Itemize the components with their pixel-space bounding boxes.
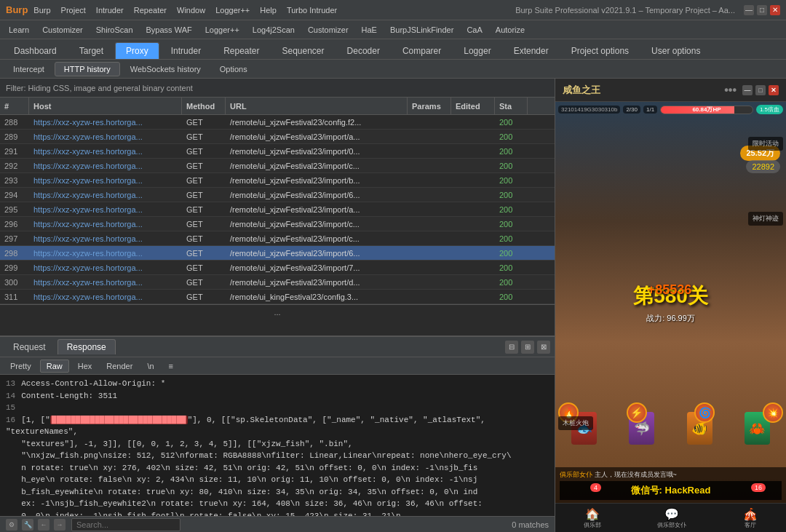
format-render[interactable]: Render — [100, 360, 138, 372]
cell-method: GET — [182, 162, 226, 170]
split-horiz-icon[interactable]: ⊟ — [505, 341, 518, 354]
tab-intruder[interactable]: Intruder — [160, 42, 212, 59]
cell-host: https://xxz-xyzw-res.hortorga... — [29, 162, 182, 170]
subtab-intercept[interactable]: Intercept — [4, 63, 53, 76]
game-top-hud: 32101419G3030310b 2/30 1/1 60.84万HP 1.5倍… — [558, 105, 783, 114]
table-row[interactable]: 289 https://xxz-xyzw-res.hortorga... GET… — [0, 130, 555, 144]
maximize-panel-icon[interactable]: ⊠ — [537, 341, 550, 354]
skill-2-icon[interactable]: ⚡ — [627, 402, 647, 423]
plugin-logger[interactable]: Logger++ — [199, 24, 245, 36]
format-pretty[interactable]: Pretty — [4, 360, 37, 372]
plugin-learn[interactable]: Learn — [3, 24, 35, 36]
hp-progress: 2/30 — [623, 106, 640, 114]
menu-repeater[interactable]: Repeater — [134, 6, 167, 15]
table-row[interactable]: 297 https://xxz-xyzw-res.hortorga... GET… — [0, 231, 555, 246]
plugin-customizer2[interactable]: Customizer — [302, 24, 354, 36]
skill-4-icon[interactable]: 💥 — [763, 402, 783, 423]
table-row[interactable]: 288 https://xxz-xyzw-res.hortorga... GET… — [0, 115, 555, 130]
game-window-header: 咸鱼之王 ••• — □ ✕ — [555, 79, 786, 102]
table-row[interactable]: 295 https://xxz-xyzw-res.hortorga... GET… — [0, 202, 555, 217]
settings-icon[interactable]: ⚙ — [6, 519, 17, 531]
close-button[interactable]: ✕ — [770, 5, 780, 15]
skill-3-icon[interactable]: 🌀 — [694, 402, 715, 423]
menu-logger[interactable]: Logger++ — [215, 6, 250, 15]
tab-project-options[interactable]: Project options — [560, 42, 640, 59]
game-menu-dots[interactable]: ••• — [724, 84, 737, 97]
tab-response[interactable]: Response — [57, 339, 116, 354]
table-more-indicator: ... — [0, 304, 555, 319]
table-row[interactable]: 311 https://xxz-xyzw-res.hortorga... GET… — [0, 290, 555, 304]
game-nav-club[interactable]: 🏠 俱乐部 — [584, 507, 601, 529]
subtab-options[interactable]: Options — [211, 63, 256, 76]
menu-burp[interactable]: Burp — [33, 6, 50, 15]
minimize-button[interactable]: — — [744, 5, 754, 15]
side-item-1[interactable]: 限时活动 — [748, 137, 783, 151]
format-menu[interactable]: ≡ — [163, 360, 179, 372]
response-line-20: h_eye\n rotate: false\n xy: 2, 434\n siz… — [6, 474, 549, 486]
table-row[interactable]: 293 https://xxz-xyzw-res.hortorga... GET… — [0, 173, 555, 188]
proxy-table-section: # Host Method URL Params Edited Sta 288 … — [0, 98, 555, 336]
side-item-2[interactable]: 神灯神迹 — [748, 212, 783, 226]
tab-proxy[interactable]: Proxy — [115, 42, 159, 59]
format-hex[interactable]: Hex — [72, 360, 98, 372]
split-vert-icon[interactable]: ⊞ — [521, 341, 534, 354]
game-nav-chat[interactable]: 💬 俱乐部女仆 — [657, 507, 686, 529]
plugin-bypass-waf[interactable]: Bypass WAF — [140, 24, 198, 36]
menu-turbo[interactable]: Turbo Intruder — [287, 6, 337, 15]
menu-project[interactable]: Project — [61, 6, 86, 15]
filter-bar[interactable]: Filter: Hiding CSS, image and general bi… — [0, 79, 555, 98]
plugin-shiroscan[interactable]: ShiroScan — [90, 24, 139, 36]
tab-sequencer[interactable]: Sequencer — [271, 42, 336, 59]
game-minimize-button[interactable]: — — [742, 85, 753, 95]
table-row[interactable]: 299 https://xxz-xyzw-res.hortorga... GET… — [0, 261, 555, 275]
right-side-items: 限时活动 神灯神迹 — [748, 137, 783, 226]
col-header-params: Params — [408, 98, 451, 114]
plugin-autorize[interactable]: Autorize — [490, 24, 531, 36]
menu-window[interactable]: Window — [177, 6, 205, 15]
menu-items: Burp Project Intruder Repeater Window Lo… — [33, 6, 515, 15]
menu-help[interactable]: Help — [260, 6, 277, 15]
format-newline[interactable]: \n — [141, 360, 159, 372]
tab-comparer[interactable]: Comparer — [392, 42, 452, 59]
tools-icon[interactable]: 🔧 — [22, 519, 33, 531]
plugin-customizer[interactable]: Customizer — [36, 24, 89, 36]
forward-icon[interactable]: → — [54, 519, 66, 531]
plugin-caa[interactable]: CaA — [461, 24, 488, 36]
format-raw[interactable]: Raw — [40, 360, 69, 373]
table-row[interactable]: 291 https://xxz-xyzw-res.hortorga... GET… — [0, 144, 555, 159]
table-row[interactable]: 300 https://xxz-xyzw-res.hortorga... GET… — [0, 275, 555, 290]
menu-intruder[interactable]: Intruder — [96, 6, 124, 15]
col-header-method: Method — [182, 98, 226, 114]
plugin-burpjslink[interactable]: BurpJSLinkFinder — [384, 24, 459, 36]
maximize-button[interactable]: □ — [757, 5, 767, 15]
tab-repeater[interactable]: Repeater — [213, 42, 270, 59]
cell-url: /remote/ui_xjzwFestival23/import/c... — [226, 234, 408, 243]
tab-dashboard[interactable]: Dashboard — [3, 42, 68, 59]
tab-extender[interactable]: Extender — [503, 42, 560, 59]
left-side-items: 木桩火炮 — [558, 416, 593, 430]
format-tabs: Pretty Raw Hex Render \n ≡ — [0, 357, 555, 375]
tab-logger[interactable]: Logger — [453, 42, 501, 59]
tab-user-options[interactable]: User options — [640, 42, 711, 59]
cell-url: /remote/ui_xjzwFestival23/config.f2... — [226, 118, 408, 127]
game-nav-hall[interactable]: 🎪 客厅 — [743, 507, 758, 529]
game-maximize-button[interactable]: □ — [755, 85, 766, 95]
table-row[interactable]: 292 https://xxz-xyzw-res.hortorga... GET… — [0, 159, 555, 173]
chat-message: 俱乐部女仆 主人，现在没有成员发言哦~ — [560, 470, 782, 480]
plugin-log4j2scan[interactable]: Log4j2Scan — [247, 24, 301, 36]
table-row[interactable]: 298 https://xxz-xyzw-res.hortorga... GET… — [0, 246, 555, 261]
req-res-section: Request Response ⊟ ⊞ ⊠ Pretty Raw Hex Re… — [0, 336, 555, 532]
nav-tabs: Dashboard Target Proxy Intruder Repeater… — [0, 39, 786, 60]
tab-request[interactable]: Request — [4, 340, 55, 354]
tab-decoder[interactable]: Decoder — [336, 42, 391, 59]
plugin-hae[interactable]: HaE — [356, 24, 383, 36]
subtab-websockets[interactable]: WebSockets history — [122, 63, 210, 76]
search-input[interactable] — [71, 518, 180, 531]
back-icon[interactable]: ← — [38, 519, 49, 531]
table-row[interactable]: 294 https://xxz-xyzw-res.hortorga... GET… — [0, 188, 555, 202]
subtab-http-history[interactable]: HTTP history — [55, 62, 120, 76]
win-controls: — □ ✕ — [744, 5, 780, 15]
game-close-button[interactable]: ✕ — [769, 85, 779, 95]
table-row[interactable]: 296 https://xxz-xyzw-res.hortorga... GET… — [0, 217, 555, 231]
tab-target[interactable]: Target — [68, 42, 114, 59]
